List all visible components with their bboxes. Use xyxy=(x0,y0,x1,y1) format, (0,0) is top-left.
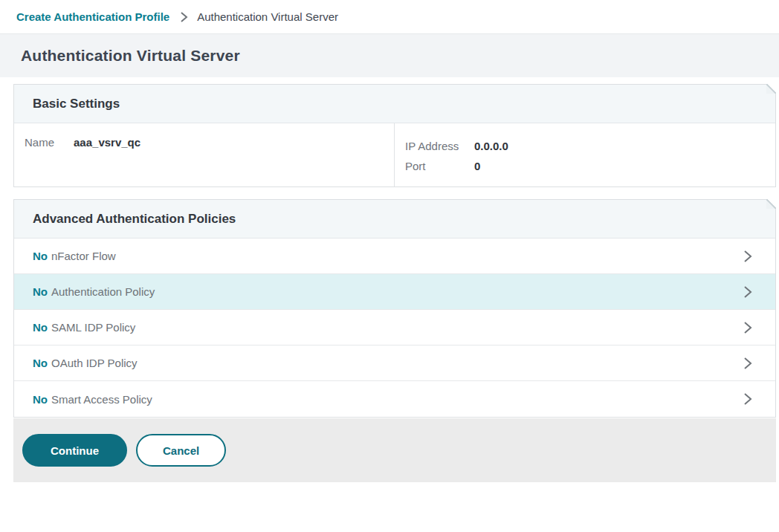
policy-count: No xyxy=(33,285,48,298)
folded-corner-decoration xyxy=(766,199,776,209)
chevron-right-icon xyxy=(742,392,753,406)
policy-count: No xyxy=(33,321,48,334)
basic-settings-title: Basic Settings xyxy=(33,97,120,111)
breadcrumb-link-create-authentication-profile[interactable]: Create Authentication Profile xyxy=(16,10,169,23)
policy-label: OAuth IDP Policy xyxy=(51,357,138,369)
breadcrumb: Create Authentication Profile Authentica… xyxy=(0,0,779,34)
ip-address-value: 0.0.0.0 xyxy=(474,136,508,156)
policy-count: No xyxy=(33,393,48,406)
policy-count: No xyxy=(33,250,48,262)
policy-row-oauth-idp-policy[interactable]: No OAuth IDP Policy xyxy=(14,346,775,381)
basic-settings-card: Basic Settings Name aaa_vsrv_qc IP Addre… xyxy=(13,84,776,187)
footer-action-bar: Continue Cancel xyxy=(13,418,776,482)
advanced-policies-title: Advanced Authentication Policies xyxy=(33,212,236,227)
section-gap xyxy=(13,187,776,199)
port-label: Port xyxy=(405,156,474,176)
policy-row-nfactor-flow[interactable]: No nFactor Flow xyxy=(14,239,775,274)
policy-label: Smart Access Policy xyxy=(51,393,152,406)
port-value: 0 xyxy=(474,156,480,176)
policy-count: No xyxy=(33,357,48,369)
port-field: Port 0 xyxy=(405,156,775,176)
address-fields: IP Address 0.0.0.0 Port 0 xyxy=(395,123,775,186)
chevron-right-icon xyxy=(742,249,753,264)
basic-settings-body: Name aaa_vsrv_qc IP Address 0.0.0.0 Port… xyxy=(14,123,775,186)
advanced-policies-header: Advanced Authentication Policies xyxy=(14,200,775,239)
policy-label: SAML IDP Policy xyxy=(51,321,135,334)
basic-settings-header: Basic Settings xyxy=(14,85,775,123)
policy-label: nFactor Flow xyxy=(51,250,116,262)
folded-corner-decoration xyxy=(766,84,776,94)
page-title-band: Authentication Virtual Server xyxy=(0,34,779,77)
name-field: Name aaa_vsrv_qc xyxy=(14,123,395,186)
main-content: Basic Settings Name aaa_vsrv_qc IP Addre… xyxy=(0,77,779,418)
name-value: aaa_vsrv_qc xyxy=(74,136,140,186)
continue-button[interactable]: Continue xyxy=(22,434,127,467)
breadcrumb-current-page: Authentication Virtual Server xyxy=(197,10,338,23)
name-label: Name xyxy=(25,136,54,186)
policy-row-authentication-policy[interactable]: No Authentication Policy xyxy=(14,274,775,310)
page-title: Authentication Virtual Server xyxy=(21,47,240,65)
ip-address-label: IP Address xyxy=(405,136,474,156)
policy-label: Authentication Policy xyxy=(51,285,155,298)
policy-row-smart-access-policy[interactable]: No Smart Access Policy xyxy=(14,381,775,417)
chevron-right-icon xyxy=(742,285,753,299)
cancel-button[interactable]: Cancel xyxy=(136,434,226,467)
ip-address-field: IP Address 0.0.0.0 xyxy=(405,136,775,156)
chevron-right-icon xyxy=(180,11,188,23)
advanced-policies-card: Advanced Authentication Policies No nFac… xyxy=(13,199,776,418)
chevron-right-icon xyxy=(742,320,753,335)
chevron-right-icon xyxy=(742,356,753,371)
policy-row-saml-idp-policy[interactable]: No SAML IDP Policy xyxy=(14,310,775,346)
